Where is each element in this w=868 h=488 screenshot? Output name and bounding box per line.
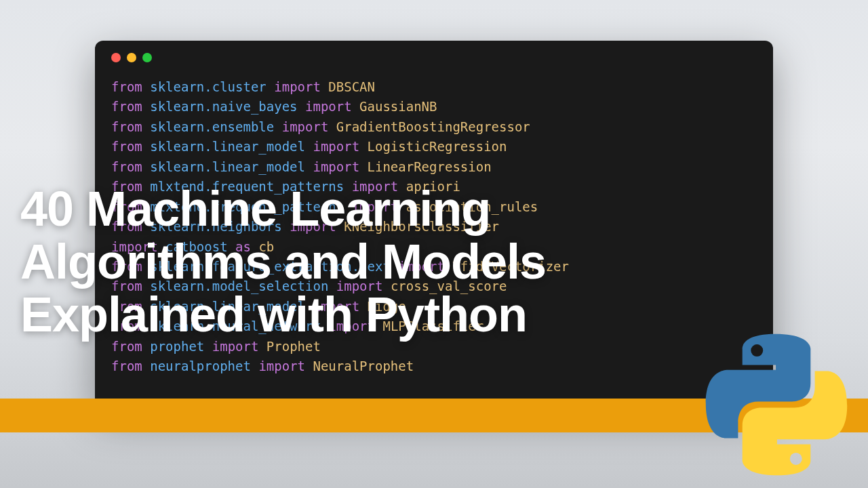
code-line: from sklearn.naive_bayes import Gaussian… bbox=[111, 97, 757, 117]
code-line: from sklearn.cluster import DBSCAN bbox=[111, 77, 757, 97]
minimize-icon bbox=[127, 53, 136, 62]
python-logo-icon bbox=[698, 327, 854, 483]
code-line: from sklearn.ensemble import GradientBoo… bbox=[111, 117, 757, 137]
maximize-icon bbox=[142, 53, 152, 62]
headline-text: 40 Machine LearningAlgorithms and Models… bbox=[20, 183, 546, 341]
close-icon bbox=[111, 53, 121, 62]
window-controls bbox=[111, 53, 757, 62]
code-line: from neuralprophet import NeuralProphet bbox=[111, 357, 757, 376]
code-line: from sklearn.linear_model import Logisti… bbox=[111, 137, 757, 157]
code-line: from sklearn.linear_model import LinearR… bbox=[111, 157, 757, 177]
